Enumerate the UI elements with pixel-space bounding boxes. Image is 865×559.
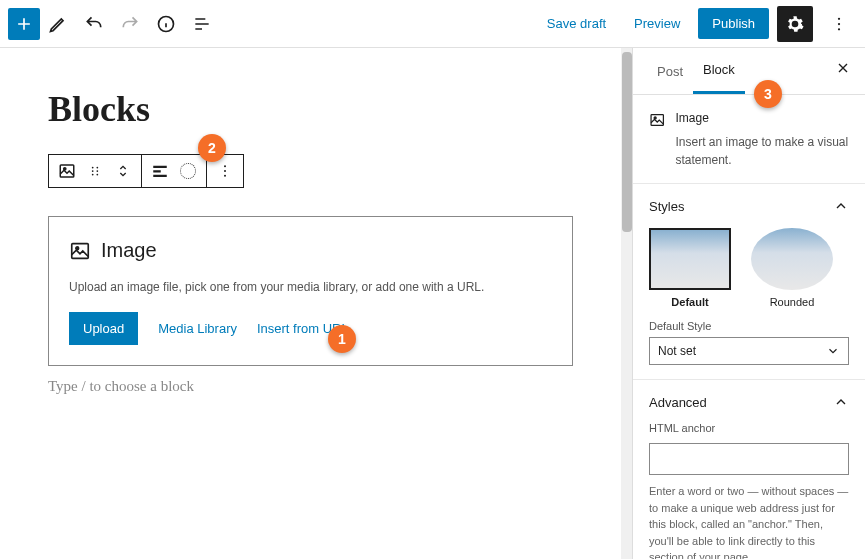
default-style-select[interactable]: Not set [649,337,849,365]
add-block-button[interactable] [8,8,40,40]
svg-rect-14 [153,175,167,177]
pencil-icon [48,14,68,34]
image-icon [649,109,665,131]
placeholder-title: Image [101,239,157,262]
media-library-button[interactable]: Media Library [158,321,237,336]
svg-point-16 [224,170,226,172]
image-icon [58,162,76,180]
tab-post[interactable]: Post [647,50,693,93]
svg-rect-20 [651,115,663,126]
image-block-placeholder: Image Upload an image file, pick one fro… [48,216,573,366]
upload-button[interactable]: Upload [69,312,138,345]
svg-rect-18 [72,243,89,258]
toolbar-left [8,6,220,42]
settings-button[interactable] [777,6,813,42]
chevron-up-icon [833,198,849,214]
block-appender-prompt[interactable]: Type / to choose a block [48,378,573,395]
styles-panel-toggle[interactable]: Styles [649,198,849,214]
toolbar-right: Save draft Preview Publish [537,6,857,42]
undo-icon [84,14,104,34]
svg-point-10 [92,174,94,176]
page-title[interactable]: Blocks [48,88,573,130]
align-icon [151,162,169,180]
advanced-panel-toggle[interactable]: Advanced [649,394,849,410]
editor-canvas: Blocks [0,48,621,559]
edit-mode-button[interactable] [40,6,76,42]
crop-button[interactable] [178,161,198,181]
drag-icon [88,164,102,178]
svg-point-6 [92,167,94,169]
svg-point-17 [224,175,226,177]
chevron-up-icon [833,394,849,410]
list-icon [192,14,212,34]
tab-block[interactable]: Block [693,48,745,94]
style-thumb-rounded [751,228,833,290]
style-thumb-default [649,228,731,290]
drag-handle[interactable] [85,161,105,181]
publish-button[interactable]: Publish [698,8,769,39]
redo-button[interactable] [112,6,148,42]
block-more-button[interactable] [215,161,235,181]
close-icon [835,60,851,76]
style-label: Rounded [770,296,815,308]
chevron-down-icon [826,344,840,358]
close-sidebar-button[interactable] [835,60,851,76]
style-label: Default [671,296,708,308]
block-name: Image [675,109,849,127]
info-icon [156,14,176,34]
annotation-badge-2: 2 [198,134,226,162]
kebab-icon [830,15,848,33]
scrollbar[interactable] [621,48,633,559]
block-type-button[interactable] [57,161,77,181]
undo-button[interactable] [76,6,112,42]
placeholder-description: Upload an image file, pick one from your… [69,280,552,294]
sidebar-tabs: Post Block [633,48,865,95]
svg-point-7 [96,167,98,169]
annotation-badge-1: 1 [328,325,356,353]
redo-icon [120,14,140,34]
style-option-rounded[interactable]: Rounded [751,228,833,308]
svg-rect-12 [153,166,167,168]
advanced-heading: Advanced [649,395,707,410]
default-style-value: Not set [658,344,696,358]
default-style-label: Default Style [649,320,849,332]
kebab-icon [217,163,233,179]
info-button[interactable] [148,6,184,42]
preview-button[interactable]: Preview [624,8,690,39]
style-option-default[interactable]: Default [649,228,731,308]
svg-point-8 [92,170,94,172]
scrollbar-thumb[interactable] [622,52,632,232]
html-anchor-input[interactable] [649,443,849,475]
chevron-updown-icon [115,163,131,179]
save-draft-button[interactable]: Save draft [537,8,616,39]
styles-heading: Styles [649,199,684,214]
svg-point-15 [224,165,226,167]
svg-point-9 [96,170,98,172]
move-buttons[interactable] [113,161,133,181]
annotation-badge-3: 3 [754,80,782,108]
anchor-help-text: Enter a word or two — without spaces — t… [649,483,849,559]
block-description: Insert an image to make a visual stateme… [675,135,848,167]
html-anchor-label: HTML anchor [649,422,849,434]
svg-point-19 [76,246,79,249]
align-button[interactable] [150,161,170,181]
dotted-circle-icon [180,163,196,179]
gear-icon [785,14,805,34]
top-toolbar: Save draft Preview Publish [0,0,865,48]
more-menu-button[interactable] [821,6,857,42]
svg-point-1 [838,17,840,19]
image-icon [69,240,91,262]
plus-icon [14,14,34,34]
svg-point-11 [96,174,98,176]
svg-rect-13 [153,170,161,172]
svg-point-3 [838,28,840,30]
outline-button[interactable] [184,6,220,42]
svg-point-5 [64,168,66,170]
svg-point-21 [654,117,656,119]
svg-point-2 [838,22,840,24]
settings-sidebar: Post Block Image Insert an image to make… [633,48,865,559]
